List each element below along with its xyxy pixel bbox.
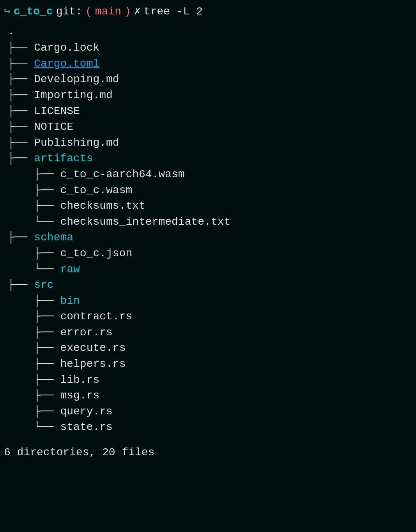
tree-item-name: Cargo.lock — [34, 40, 99, 56]
prompt-command: tree -L 2 — [144, 4, 203, 20]
tree-item: ├── Publishing.md — [8, 135, 408, 151]
tree-item-name: error.rs — [60, 325, 112, 341]
tree-connector: └── — [8, 419, 60, 435]
tree-connector: ├── — [8, 151, 34, 167]
tree-item: ├── Cargo.toml — [8, 56, 408, 72]
tree-connector: ├── — [8, 183, 60, 199]
tree-item-name: bin — [60, 293, 80, 309]
prompt-line: ↪ c_to_c git:(main) ✗ tree -L 2 — [4, 4, 408, 20]
tree-connector: ├── — [8, 88, 34, 104]
tree-item-name: Developing.md — [34, 72, 119, 88]
tree-item: ├── checksums.txt — [8, 198, 408, 214]
prompt-arrow: ↪ — [4, 4, 11, 20]
tree-item: ├── execute.rs — [8, 340, 408, 356]
tree-connector: ├── — [8, 404, 60, 420]
tree-item: ├── artifacts — [8, 151, 408, 167]
tree-item: ├── c_to_c-aarch64.wasm — [8, 167, 408, 183]
tree-item: ├── c_to_c.json — [8, 246, 408, 262]
tree-connector: └── — [8, 214, 60, 230]
tree-item-name: lib.rs — [60, 372, 99, 388]
tree-item-name: Publishing.md — [34, 135, 119, 151]
tree-item: ├── Developing.md — [8, 72, 408, 88]
tree-item-name: src — [34, 277, 53, 293]
tree-item-name: c_to_c.json — [60, 246, 132, 262]
prompt-x: ✗ — [134, 4, 141, 20]
tree-item: ├── c_to_c.wasm — [8, 183, 408, 199]
tree-connector: ├── — [8, 40, 34, 56]
prompt-branch: main — [95, 4, 121, 20]
tree-connector: ├── — [8, 104, 34, 120]
prompt-directory: c_to_c — [14, 4, 53, 20]
tree-item-name: LICENSE — [34, 104, 80, 120]
tree-item-name: checksums.txt — [60, 198, 145, 214]
tree-items: ├── Cargo.lock├── Cargo.toml├── Developi… — [8, 40, 408, 435]
tree-connector: ├── — [8, 119, 34, 135]
tree-item: ├── bin — [8, 293, 408, 309]
tree-container: . ├── Cargo.lock├── Cargo.toml├── Develo… — [4, 24, 408, 435]
tree-item: ├── schema — [8, 230, 408, 246]
prompt-branch-open: ( — [85, 4, 92, 20]
tree-item-name: msg.rs — [60, 388, 99, 404]
tree-connector: ├── — [8, 356, 60, 372]
tree-item-name: query.rs — [60, 404, 112, 420]
tree-item: └── checksums_intermediate.txt — [8, 214, 408, 230]
tree-connector: ├── — [8, 198, 60, 214]
tree-connector: ├── — [8, 72, 34, 88]
tree-item-name: checksums_intermediate.txt — [60, 214, 230, 230]
tree-connector: ├── — [8, 325, 60, 341]
tree-item-name: execute.rs — [60, 340, 126, 356]
prompt-git-label: git: — [56, 4, 82, 20]
tree-item: ├── NOTICE — [8, 119, 408, 135]
tree-item: ├── error.rs — [8, 325, 408, 341]
tree-connector: ├── — [8, 167, 60, 183]
tree-item-name: state.rs — [60, 419, 112, 435]
tree-item: ├── lib.rs — [8, 372, 408, 388]
tree-item: ├── Cargo.lock — [8, 40, 408, 56]
tree-connector: ├── — [8, 309, 60, 325]
tree-item: ├── query.rs — [8, 404, 408, 420]
tree-item-name: raw — [60, 262, 80, 278]
prompt-branch-close: ) — [124, 4, 131, 20]
tree-item-name: c_to_c.wasm — [60, 183, 132, 199]
tree-item-name: Importing.md — [34, 88, 113, 104]
tree-item-name: c_to_c-aarch64.wasm — [60, 167, 184, 183]
tree-item-name: schema — [34, 230, 73, 246]
tree-item-name: Cargo.toml — [34, 56, 99, 72]
tree-connector: └── — [8, 262, 60, 278]
tree-connector: ├── — [8, 388, 60, 404]
tree-connector: ├── — [8, 277, 34, 293]
tree-item: └── state.rs — [8, 419, 408, 435]
tree-connector: ├── — [8, 372, 60, 388]
tree-item-name: NOTICE — [34, 119, 73, 135]
tree-connector: ├── — [8, 230, 34, 246]
tree-item-name: artifacts — [34, 151, 93, 167]
tree-connector: ├── — [8, 340, 60, 356]
tree-connector: ├── — [8, 135, 34, 151]
tree-item: ├── Importing.md — [8, 88, 408, 104]
tree-item-name: helpers.rs — [60, 356, 126, 372]
summary: 6 directories, 20 files — [4, 445, 408, 461]
tree-connector: ├── — [8, 293, 60, 309]
tree-item: ├── LICENSE — [8, 104, 408, 120]
tree-item: ├── msg.rs — [8, 388, 408, 404]
tree-connector: ├── — [8, 56, 34, 72]
tree-item-name: contract.rs — [60, 309, 132, 325]
tree-root: . — [8, 24, 408, 40]
tree-item: ├── contract.rs — [8, 309, 408, 325]
tree-item: ├── helpers.rs — [8, 356, 408, 372]
tree-item: └── raw — [8, 262, 408, 278]
tree-connector: ├── — [8, 246, 60, 262]
tree-item: ├── src — [8, 277, 408, 293]
